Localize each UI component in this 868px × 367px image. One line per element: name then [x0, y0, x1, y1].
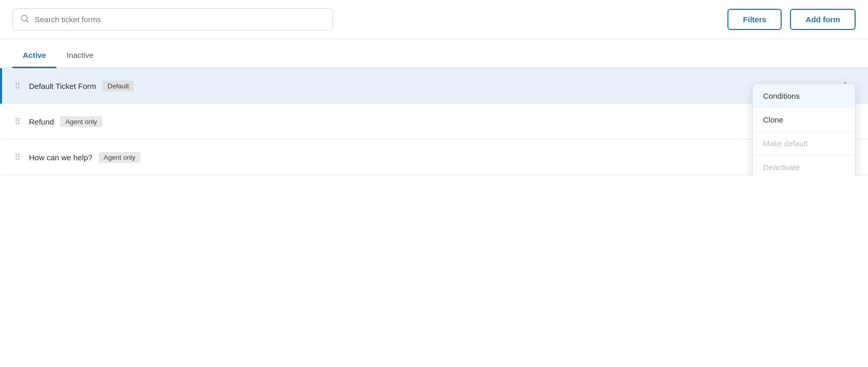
search-input[interactable] — [35, 15, 325, 24]
tabs-bar: Active Inactive — [0, 43, 868, 68]
add-form-button[interactable]: Add form — [790, 9, 856, 30]
form-name: How can we help? — [29, 153, 93, 162]
search-icon — [20, 14, 29, 25]
menu-item-make-default: Make default — [753, 132, 855, 155]
svg-line-1 — [27, 21, 29, 23]
menu-item-clone[interactable]: Clone — [753, 108, 855, 131]
table-row[interactable]: ⠿ Default Ticket Form Default ⋮ Conditio… — [0, 68, 868, 104]
status-badge: Default — [102, 81, 134, 91]
tab-active[interactable]: Active — [12, 43, 56, 68]
status-badge: Agent only — [60, 116, 102, 127]
form-name: Default Ticket Form — [29, 82, 96, 90]
form-name: Refund — [29, 117, 54, 126]
drag-handle-icon: ⠿ — [14, 152, 21, 162]
search-wrapper — [12, 8, 333, 30]
menu-item-deactivate: Deactivate — [753, 156, 855, 175]
drag-handle-icon: ⠿ — [14, 81, 21, 91]
menu-item-conditions[interactable]: Conditions — [753, 84, 855, 108]
status-badge: Agent only — [99, 152, 141, 163]
context-menu: Conditions Clone Make default Deactivate — [752, 84, 856, 175]
top-bar: Filters Add form — [0, 0, 868, 39]
table-row[interactable]: ⠿ Refund Agent only ⋮ — [0, 104, 868, 140]
drag-handle-icon: ⠿ — [14, 117, 21, 127]
tab-inactive[interactable]: Inactive — [56, 43, 104, 68]
table-row[interactable]: ⠿ How can we help? Agent only ⋮ — [0, 140, 868, 175]
filters-button[interactable]: Filters — [727, 9, 782, 30]
svg-point-0 — [22, 16, 27, 21]
form-list: ⠿ Default Ticket Form Default ⋮ Conditio… — [0, 68, 868, 175]
